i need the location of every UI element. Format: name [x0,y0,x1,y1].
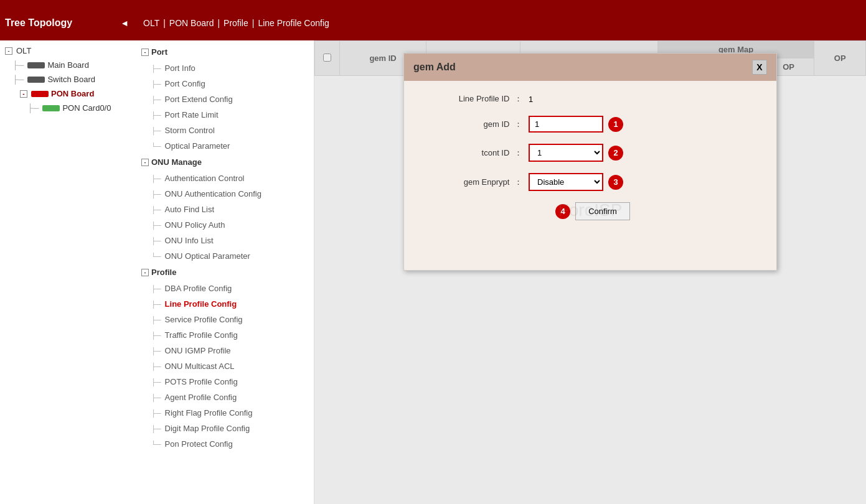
onu-manage-expand-box[interactable]: - [141,159,149,166]
sidebar-tree: - OLT ├─ Main Board ├─ Switch Board - PO… [0,40,134,504]
nav-label-dba-profile-config: DBA Profile Config [165,284,232,293]
pon-card-label: PON Card0/0 [62,103,111,113]
confirm-row: 4 Confirm [423,202,758,220]
nav-item-agent-profile-config[interactable]: ├─ Agent Profile Config [134,390,314,405]
nav-item-authentication-control[interactable]: ├─ Authentication Control [134,170,314,186]
top-bar [0,0,866,5]
nav-main: - Port ├─ Port Info ├─ Port Config ├─ Po… [134,40,866,504]
dialog-close-button[interactable]: X [752,60,767,75]
pon-board-expand[interactable]: - [20,90,27,98]
pon-board-label: PON Board [51,89,94,98]
sidebar-item-olt[interactable]: - OLT [0,44,134,58]
breadcrumb-olt[interactable]: OLT [143,18,159,28]
nav-item-line-profile-config[interactable]: ├─ Line Profile Config [134,296,314,312]
onu-manage-section-label: ONU Manage [151,157,202,167]
nav-item-port-info[interactable]: ├─ Port Info [134,60,314,76]
dialog-overlay: gem Add X Line Profile ID ： 1 [314,40,866,504]
nav-label-storm-control: Storm Control [165,126,215,135]
nav-label-optical-parameter: Optical Parameter [165,141,230,151]
sidebar-item-pon-card[interactable]: ├─ PON Card0/0 [0,101,134,115]
step-badge-1: 1 [608,117,623,132]
breadcrumb: OLT | PON Board | Profile | Line Profile… [134,5,866,40]
gem-encrypt-select[interactable]: Disable Enable [529,173,603,191]
dialog-title: gem Add [413,62,456,73]
step-badge-3: 3 [608,175,623,190]
dialog-header: gem Add X [404,54,776,81]
nav-label-port-rate-limit: Port Rate Limit [165,110,219,119]
nav-item-onu-multicast-acl[interactable]: ├─ ONU Multicast ACL [134,358,314,374]
sidebar-collapse-arrow[interactable]: ◄ [120,18,129,28]
main-panel: gem ID tcont ID gem Encrypt gem Map [314,40,866,504]
port-expand-box[interactable]: - [141,49,149,56]
olt-expand[interactable]: - [5,47,12,55]
breadcrumb-line-profile-config[interactable]: Line Profile Config [258,18,329,28]
switch-board-label: Switch Board [47,75,95,84]
nav-label-service-profile-config: Service Profile Config [165,315,243,324]
sidebar: Tree Topology ◄ - OLT ├─ Main Board ├─ S… [0,5,134,504]
pon-board-icon [31,91,49,97]
nav-item-digit-map-profile-config[interactable]: ├─ Digit Map Profile Config [134,421,314,436]
gem-id-label: gem ID ： [423,119,522,130]
profile-expand-box[interactable]: - [141,269,149,276]
confirm-button[interactable]: Confirm [575,202,630,220]
nav-label-onu-authentication-config: ONU Authentication Config [165,189,261,198]
form-row-line-profile-id: Line Profile ID ： 1 [423,93,758,105]
sidebar-item-pon-board[interactable]: - PON Board [0,86,134,101]
nav-item-traffic-profile-config[interactable]: ├─ Traffic Profile Config [134,327,314,343]
nav-item-onu-igmp-profile[interactable]: ├─ ONU IGMP Profile [134,343,314,358]
nav-item-onu-authentication-config[interactable]: ├─ ONU Authentication Config [134,186,314,202]
form-row-tcont-id: tcont ID ： 1 2 3 2 [423,144,758,162]
main-board-label: Main Board [47,60,88,70]
tcont-id-select[interactable]: 1 2 3 [529,144,603,162]
nav-item-pon-protect-config[interactable]: └─ Pon Protect Config [134,436,314,452]
breadcrumb-profile[interactable]: Profile [224,18,248,28]
form-row-gem-encrypt: gem Enprypt ： Disable Enable 3 [423,173,758,191]
gem-add-dialog: gem Add X Line Profile ID ： 1 [403,53,777,271]
sidebar-title: Tree Topology ◄ [0,5,134,40]
nav-label-pon-protect-config: Pon Protect Config [165,439,233,449]
nav-item-port-rate-limit[interactable]: ├─ Port Rate Limit [134,107,314,123]
nav-item-dba-profile-config[interactable]: ├─ DBA Profile Config [134,281,314,296]
dialog-body: Line Profile ID ： 1 gem ID ： 1 [404,81,776,233]
sidebar-item-main-board[interactable]: ├─ Main Board [0,58,134,72]
nav-label-onu-igmp-profile: ONU IGMP Profile [165,346,231,355]
nav-item-port-config[interactable]: ├─ Port Config [134,76,314,91]
gem-encrypt-label: gem Enprypt ： [423,177,522,188]
sidebar-item-switch-board[interactable]: ├─ Switch Board [0,72,134,86]
tcont-id-label: tcont ID ： [423,147,522,159]
breadcrumb-pon-board[interactable]: PON Board [169,18,214,28]
port-section-label: Port [151,47,167,57]
nav-item-service-profile-config[interactable]: ├─ Service Profile Config [134,312,314,327]
gem-id-input[interactable] [529,116,603,133]
nav-item-auto-find-list[interactable]: ├─ Auto Find List [134,202,314,217]
nav-section-profile[interactable]: - Profile [134,264,314,281]
nav-section-port[interactable]: - Port [134,44,314,60]
profile-section-label: Profile [151,268,176,277]
nav-item-onu-optical-parameter[interactable]: └─ ONU Optical Parameter [134,248,314,264]
olt-label: OLT [16,46,31,55]
nav-item-port-extend-config[interactable]: ├─ Port Extend Config [134,91,314,107]
nav-label-authentication-control: Authentication Control [165,174,245,183]
nav-label-right-flag-profile-config: Right Flag Profile Config [165,408,253,418]
nav-label-auto-find-list: Auto Find List [165,205,215,214]
main-layout: Tree Topology ◄ - OLT ├─ Main Board ├─ S… [0,5,866,504]
nav-item-pots-profile-config[interactable]: ├─ POTS Profile Config [134,374,314,390]
line-profile-id-label: Line Profile ID ： [423,93,522,105]
nav-label-line-profile-config: Line Profile Config [165,299,237,309]
nav-section-onu-manage[interactable]: - ONU Manage [134,154,314,170]
nav-label-traffic-profile-config: Traffic Profile Config [165,330,238,340]
nav-label-onu-info-list: ONU Info List [165,236,214,245]
sidebar-title-text: Tree Topology [5,17,72,29]
nav-item-storm-control[interactable]: ├─ Storm Control [134,123,314,138]
line-profile-id-value: 1 [529,95,533,104]
nav-item-onu-policy-auth[interactable]: ├─ ONU Policy Auth [134,217,314,233]
nav-label-port-info: Port Info [165,63,195,73]
step-badge-4: 4 [555,204,570,219]
nav-label-onu-policy-auth: ONU Policy Auth [165,220,225,230]
nav-label-onu-optical-parameter: ONU Optical Parameter [165,251,250,261]
pon-card-icon [42,105,60,111]
nav-item-onu-info-list[interactable]: ├─ ONU Info List [134,233,314,248]
nav-label-pots-profile-config: POTS Profile Config [165,377,238,386]
nav-item-right-flag-profile-config[interactable]: ├─ Right Flag Profile Config [134,405,314,421]
nav-item-optical-parameter[interactable]: └─ Optical Parameter [134,138,314,154]
